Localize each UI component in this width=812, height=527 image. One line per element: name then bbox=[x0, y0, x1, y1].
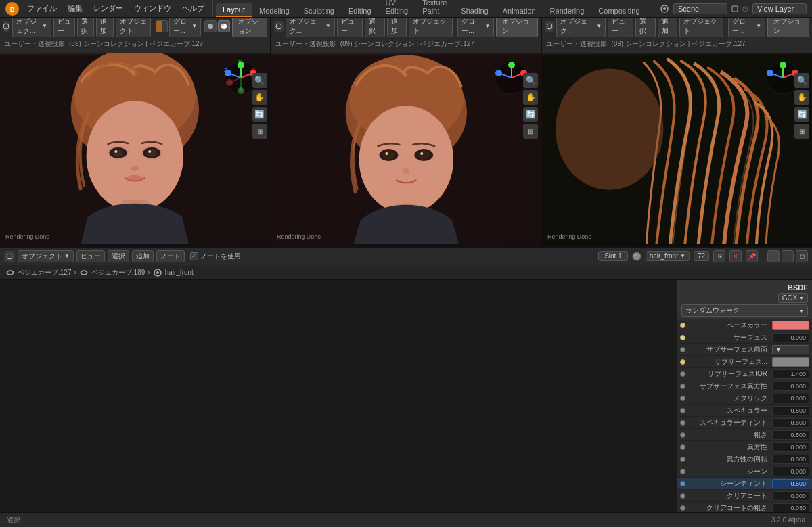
tab-modeling[interactable]: Modeling bbox=[252, 5, 296, 17]
object-btn-center[interactable]: オブジェクト bbox=[409, 18, 453, 37]
select-btn-left[interactable]: 選択 bbox=[77, 18, 94, 37]
svg-text:B: B bbox=[10, 6, 15, 13]
node-node-btn[interactable]: ノード bbox=[156, 250, 185, 262]
object-mode-right[interactable]: オブジェク... ▼ bbox=[556, 18, 606, 37]
node-mode-icon[interactable] bbox=[4, 251, 15, 262]
bsdf-sheen-val[interactable]: 0.000 bbox=[772, 467, 809, 476]
viewport-canvas-left[interactable]: Rendering Done X Y bbox=[0, 53, 270, 246]
bsdf-random-walk-dropdown[interactable]: ランダムウォーク ▼ bbox=[681, 304, 808, 317]
svg-text:Y: Y bbox=[238, 60, 242, 65]
tab-rendering[interactable]: Rendering bbox=[543, 5, 591, 17]
shading-rendered-left[interactable] bbox=[218, 20, 230, 32]
slot-selector[interactable]: Slot 1 bbox=[598, 251, 628, 261]
shading-solid[interactable] bbox=[204, 20, 217, 32]
move-icon-center[interactable]: ✋ bbox=[523, 90, 538, 105]
bsdf-roughness-val[interactable]: 0.500 bbox=[772, 430, 809, 440]
grid-icon-left[interactable]: ⊞ bbox=[252, 124, 267, 139]
view-btn-center[interactable]: ビュー bbox=[337, 18, 363, 37]
bsdf-specular-tint-val[interactable]: 0.500 bbox=[772, 418, 809, 428]
bsdf-anisotropic-val[interactable]: 0.000 bbox=[772, 442, 809, 452]
view-layer-name[interactable]: View Layer bbox=[752, 3, 807, 14]
svg-point-12 bbox=[87, 101, 184, 211]
bsdf-subsurface-front-dd[interactable]: ▼ bbox=[772, 345, 809, 354]
bsdf-sheen-tint-val[interactable]: 0.500 bbox=[772, 479, 809, 488]
socket-subsurface-aniso bbox=[680, 384, 685, 389]
viewport-mode-icon-center[interactable] bbox=[274, 21, 284, 32]
tab-texture-paint[interactable]: Texture Paint bbox=[415, 0, 453, 17]
select-btn-right[interactable]: 選択 bbox=[635, 18, 656, 37]
grid-icon-center[interactable]: ⊞ bbox=[523, 124, 538, 139]
rotate-icon-right[interactable]: 🔄 bbox=[794, 107, 809, 122]
scene-name[interactable]: Scene bbox=[673, 3, 727, 14]
tab-shading[interactable]: Shading bbox=[454, 5, 495, 17]
menu-render[interactable]: レンダー bbox=[91, 2, 126, 15]
svg-point-43 bbox=[359, 106, 453, 213]
menu-help[interactable]: ヘルプ bbox=[179, 2, 207, 15]
bsdf-subsurface-ior-val[interactable]: 1.400 bbox=[772, 369, 809, 379]
base-color-swatch[interactable] bbox=[772, 321, 809, 330]
viewport-overlay-left[interactable] bbox=[156, 20, 168, 32]
hair-front-selector[interactable]: hair_front ▼ bbox=[646, 251, 690, 261]
tab-uv-editing[interactable]: UV Editing bbox=[379, 0, 415, 17]
sidebar-right-panel[interactable] bbox=[767, 250, 780, 262]
overlay-dropdown-right[interactable]: グロー... ▼ bbox=[728, 18, 765, 37]
node-delete-icon[interactable]: ✕ bbox=[729, 250, 742, 262]
options-center[interactable]: オプション bbox=[496, 18, 538, 37]
object-btn-right[interactable]: オブジェクト bbox=[679, 18, 723, 37]
object-btn-left[interactable]: オブジェクト bbox=[116, 18, 151, 37]
move-icon-left[interactable]: ✋ bbox=[252, 90, 267, 105]
bsdf-metallic-val[interactable]: 0.000 bbox=[772, 394, 809, 403]
menu-edit[interactable]: 編集 bbox=[65, 2, 85, 15]
view-btn-left[interactable]: ビュー bbox=[53, 18, 75, 37]
bsdf-specular-val[interactable]: 0.500 bbox=[772, 406, 809, 415]
move-icon-right[interactable]: ✋ bbox=[794, 90, 809, 105]
node-add-btn[interactable]: 追加 bbox=[132, 250, 154, 262]
tab-compositing[interactable]: Compositing bbox=[591, 5, 646, 17]
menu-file[interactable]: ファイル bbox=[24, 2, 60, 15]
bsdf-ggx-dropdown[interactable]: GGX ▼ bbox=[778, 293, 808, 303]
node-settings-icon[interactable] bbox=[782, 250, 794, 262]
bsdf-clearcoat-rough-val[interactable]: 0.030 bbox=[772, 503, 809, 513]
viewport-mode-icon-right[interactable] bbox=[545, 21, 554, 32]
node-select-btn[interactable]: 選択 bbox=[108, 250, 129, 262]
zoom-icon-left[interactable]: 🔍 bbox=[252, 73, 267, 88]
viewport-mode-icon-left[interactable] bbox=[3, 21, 10, 32]
menu-window[interactable]: ウィンドウ bbox=[131, 2, 174, 15]
bsdf-clearcoat-val[interactable]: 0.000 bbox=[772, 491, 809, 501]
bsdf-anisotropic-rot-val[interactable]: 0.000 bbox=[772, 455, 809, 464]
tab-editing[interactable]: Editing bbox=[342, 5, 378, 17]
select-btn-center[interactable]: 選択 bbox=[365, 18, 385, 37]
viewport-canvas-right[interactable]: Rendering Done 🔍 ✋ 🔄 ⊞ bbox=[542, 53, 812, 246]
zoom-icon-right[interactable]: 🔍 bbox=[794, 73, 809, 88]
tab-scripting[interactable]: Scripting bbox=[648, 5, 654, 17]
subsurface-color-swatch[interactable] bbox=[772, 357, 809, 367]
node-copy-icon[interactable]: ⎘ bbox=[713, 250, 725, 262]
rotate-icon-center[interactable]: 🔄 bbox=[523, 107, 538, 122]
tab-animation[interactable]: Animation bbox=[496, 5, 543, 17]
node-pin-icon[interactable]: 📌 bbox=[746, 250, 758, 262]
bsdf-subsurface-aniso-val[interactable]: 0.000 bbox=[772, 382, 809, 391]
add-btn-right[interactable]: 追加 bbox=[658, 18, 678, 37]
overlay-dropdown-left[interactable]: グロー... ▼ bbox=[169, 18, 201, 37]
object-mode-left[interactable]: オブジェク... ▼ bbox=[12, 18, 51, 37]
options-right[interactable]: オプション bbox=[767, 18, 809, 37]
node-view-btn[interactable]: ビュー bbox=[76, 250, 105, 262]
use-nodes-checkbox-row[interactable]: ✓ ノードを使用 bbox=[190, 252, 241, 261]
object-mode-center[interactable]: オブジェク... ▼ bbox=[286, 18, 335, 37]
view-btn-right[interactable]: ビュー bbox=[608, 18, 633, 37]
tab-layout[interactable]: Layout bbox=[216, 3, 252, 17]
node-count: 72 bbox=[694, 251, 709, 261]
options-left[interactable]: オプション bbox=[232, 18, 267, 37]
zoom-icon-center[interactable]: 🔍 bbox=[523, 73, 538, 88]
overlay-dropdown-center[interactable]: グロー... ▼ bbox=[457, 18, 494, 37]
grid-icon-right[interactable]: ⊞ bbox=[794, 124, 809, 139]
add-btn-center[interactable]: 追加 bbox=[387, 18, 407, 37]
tab-sculpting[interactable]: Sculpting bbox=[297, 5, 341, 17]
node-header-panel[interactable]: ◻ bbox=[796, 250, 808, 262]
rotate-icon-left[interactable]: 🔄 bbox=[252, 107, 267, 122]
bsdf-subsurface-val[interactable]: 0.000 bbox=[772, 333, 809, 342]
viewport-canvas-center[interactable]: Rendering Done 🔍 ✋ 🔄 ⊞ bbox=[271, 53, 541, 246]
add-btn-left[interactable]: 追加 bbox=[96, 18, 113, 37]
use-nodes-checkbox[interactable]: ✓ bbox=[190, 252, 198, 260]
node-object-mode[interactable]: オブジェクト ▼ bbox=[18, 250, 74, 262]
